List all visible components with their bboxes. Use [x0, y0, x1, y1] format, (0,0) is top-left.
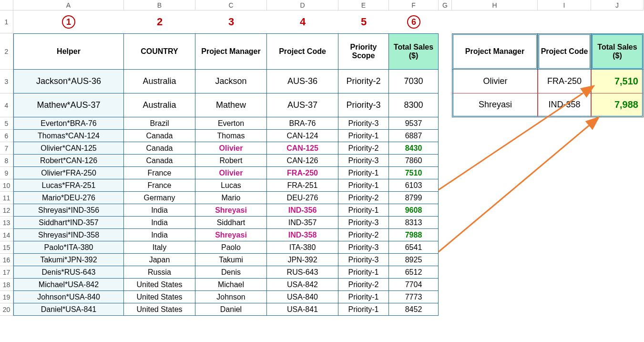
cell-country[interactable]: Australia — [124, 70, 195, 93]
cell-pm[interactable]: Jackson — [195, 70, 267, 93]
row-header-4[interactable]: 4 — [0, 93, 13, 117]
cell-pm[interactable]: Paolo — [195, 241, 267, 254]
cell-helper[interactable]: Olivier*FRA-250 — [13, 167, 124, 179]
cell-helper[interactable]: Siddhart*IND-357 — [13, 217, 124, 229]
lookup-code[interactable]: FRA-250 — [538, 70, 591, 93]
cell-pm[interactable]: Shreyasi — [195, 229, 267, 241]
col-header-I[interactable]: I — [538, 0, 591, 10]
cell-helper[interactable]: Olivier*CAN-125 — [13, 142, 124, 155]
cell-code[interactable]: IND-357 — [267, 217, 338, 229]
cell-sales[interactable]: 7510 — [389, 167, 439, 179]
cell-pm[interactable]: Takumi — [195, 254, 267, 266]
cell-helper[interactable]: Shreyasi*IND-358 — [13, 229, 124, 241]
col-header-E[interactable]: E — [338, 0, 389, 10]
lookup-sales[interactable]: 7,988 — [591, 93, 644, 117]
cell-pm[interactable]: Johnson — [195, 291, 267, 303]
lookup-pm[interactable]: Shreyasi — [452, 93, 538, 117]
cell-helper[interactable]: Takumi*JPN-392 — [13, 254, 124, 266]
cell-pm[interactable]: Lucas — [195, 179, 267, 192]
row-header-12[interactable]: 12 — [0, 204, 13, 217]
cell-priority[interactable]: Priority-1 — [338, 204, 389, 217]
cell-pm[interactable]: Siddhart — [195, 217, 267, 229]
cell-priority[interactable]: Priority-1 — [338, 303, 389, 316]
cell-priority[interactable]: Priority-3 — [338, 217, 389, 229]
cell-code[interactable]: AUS-36 — [267, 70, 338, 93]
col-header-A[interactable]: A — [13, 0, 124, 10]
cell-country[interactable]: France — [124, 167, 195, 179]
cell-code[interactable]: JPN-392 — [267, 254, 338, 266]
row-header-16[interactable]: 16 — [0, 254, 13, 266]
lookup-sales[interactable]: 7,510 — [591, 70, 644, 93]
cell-sales[interactable]: 6541 — [389, 241, 439, 254]
header-project-manager[interactable]: Project Manager — [195, 33, 267, 70]
cell-code[interactable]: RUS-643 — [267, 266, 338, 279]
lookup-pm[interactable]: Olivier — [452, 70, 538, 93]
row-header-20[interactable]: 20 — [0, 303, 13, 316]
cell-country[interactable]: Japan — [124, 254, 195, 266]
cell-sales[interactable]: 8452 — [389, 303, 439, 316]
cell-pm[interactable]: Mario — [195, 192, 267, 204]
cell-sales[interactable]: 7030 — [389, 70, 439, 93]
cell-sales[interactable]: 8430 — [389, 142, 439, 155]
cell-priority[interactable]: Priority-2 — [338, 142, 389, 155]
lookup-header-pm[interactable]: Project Manager — [452, 33, 538, 70]
cell-code[interactable]: CAN-126 — [267, 155, 338, 167]
cell-country[interactable]: India — [124, 217, 195, 229]
cell-country[interactable]: Canada — [124, 130, 195, 142]
row-header-1[interactable]: 1 — [0, 10, 13, 33]
cell-code[interactable]: CAN-125 — [267, 142, 338, 155]
cell-country[interactable]: Brazil — [124, 117, 195, 130]
row-header-5[interactable]: 5 — [0, 117, 13, 130]
lookup-header-code[interactable]: Project Code — [538, 33, 591, 70]
cell-helper[interactable]: Robert*CAN-126 — [13, 155, 124, 167]
cell-sales[interactable]: 7860 — [389, 155, 439, 167]
cell-country[interactable]: Canada — [124, 155, 195, 167]
cell-pm[interactable]: Olivier — [195, 142, 267, 155]
cell-sales[interactable]: 6887 — [389, 130, 439, 142]
cell-priority[interactable]: Priority-1 — [338, 291, 389, 303]
cell-country[interactable]: United States — [124, 279, 195, 291]
cell-country[interactable]: India — [124, 204, 195, 217]
col-header-D[interactable]: D — [267, 0, 338, 10]
cell-code[interactable]: ITA-380 — [267, 241, 338, 254]
row-header-11[interactable]: 11 — [0, 192, 13, 204]
cell-code[interactable]: BRA-76 — [267, 117, 338, 130]
cell-pm[interactable]: Daniel — [195, 303, 267, 316]
cell-priority[interactable]: Priority-3 — [338, 254, 389, 266]
row-header-15[interactable]: 15 — [0, 241, 13, 254]
cell-sales[interactable]: 8300 — [389, 93, 439, 117]
cell-pm[interactable]: Mathew — [195, 93, 267, 117]
cell-pm[interactable]: Thomas — [195, 130, 267, 142]
header-total-sales[interactable]: Total Sales ($) — [389, 33, 439, 70]
cell-priority[interactable]: Priority-3 — [338, 241, 389, 254]
cell-helper[interactable]: Denis*RUS-643 — [13, 266, 124, 279]
cell-sales[interactable]: 7773 — [389, 291, 439, 303]
header-priority-scope[interactable]: Priority Scope — [338, 33, 389, 70]
cell-priority[interactable]: Priority-2 — [338, 70, 389, 93]
cell-code[interactable]: USA-841 — [267, 303, 338, 316]
cell-pm[interactable]: Michael — [195, 279, 267, 291]
cell-helper[interactable]: Thomas*CAN-124 — [13, 130, 124, 142]
row-header-13[interactable]: 13 — [0, 217, 13, 229]
cell-code[interactable]: FRA-250 — [267, 167, 338, 179]
cell-sales[interactable]: 9537 — [389, 117, 439, 130]
col-header-G[interactable]: G — [439, 0, 452, 10]
cell-priority[interactable]: Priority-1 — [338, 266, 389, 279]
row-header-9[interactable]: 9 — [0, 167, 13, 179]
col-header-C[interactable]: C — [195, 0, 267, 10]
row-header-18[interactable]: 18 — [0, 279, 13, 291]
cell-helper[interactable]: Shreyasi*IND-356 — [13, 204, 124, 217]
row-header-6[interactable]: 6 — [0, 130, 13, 142]
cell-country[interactable]: France — [124, 179, 195, 192]
cell-helper[interactable]: Michael*USA-842 — [13, 279, 124, 291]
cell-code[interactable]: IND-356 — [267, 204, 338, 217]
lookup-header-sales[interactable]: Total Sales ($) — [591, 33, 644, 70]
cell-priority[interactable]: Priority-3 — [338, 117, 389, 130]
cell-helper[interactable]: Jackson*AUS-36 — [13, 70, 124, 93]
cell-sales[interactable]: 7704 — [389, 279, 439, 291]
cell-code[interactable]: USA-842 — [267, 279, 338, 291]
col-header-H[interactable]: H — [452, 0, 538, 10]
cell-country[interactable]: India — [124, 229, 195, 241]
cell-country[interactable]: Australia — [124, 93, 195, 117]
row-header-8[interactable]: 8 — [0, 155, 13, 167]
